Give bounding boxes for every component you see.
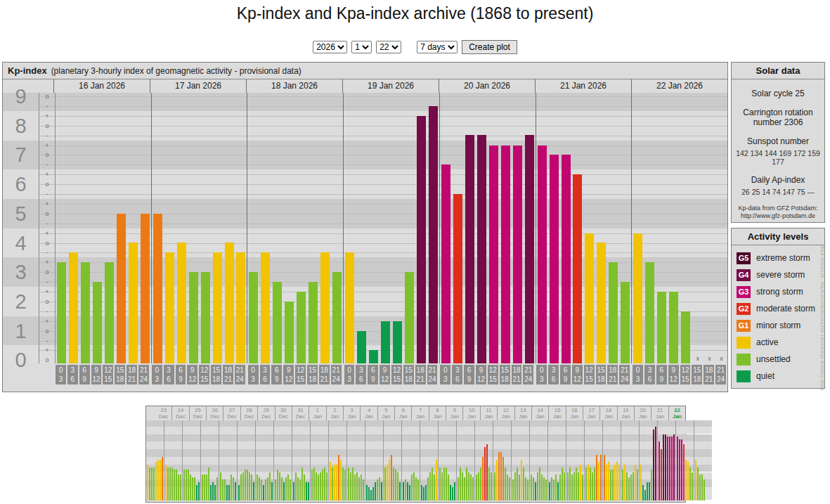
kp-bar-slot — [115, 93, 127, 363]
site-watermark: http://www.theusner.eu/terra/aurora/kp_a… — [819, 232, 825, 390]
overview-bar — [160, 460, 161, 500]
overview-day-label: 16Jan — [566, 406, 583, 420]
overview-day-month: Jan — [327, 413, 343, 420]
hour-end: 21 — [127, 375, 137, 384]
hour-start: 21 — [427, 366, 438, 375]
overview-bar — [553, 479, 555, 500]
x-axis-day-group: 0336699121215151818212124 — [535, 365, 631, 385]
overview-bar — [149, 467, 150, 500]
kp-bar — [633, 233, 642, 363]
overview-bar — [555, 474, 557, 500]
overview-day-month: Jan — [361, 413, 377, 420]
month-select[interactable]: 1 — [351, 41, 372, 53]
hour-label-box: 1215 — [199, 365, 209, 385]
overview-bar — [190, 474, 191, 500]
hour-end: 12 — [283, 375, 294, 384]
overview-bar — [509, 477, 510, 500]
overview-bar — [352, 467, 354, 500]
overview-day-column — [255, 420, 273, 500]
hour-end: 12 — [668, 375, 679, 384]
activity-level-label: severe storm — [756, 270, 805, 280]
overview-day-month: Jan — [481, 413, 497, 420]
overview-bar — [480, 467, 481, 500]
overview-day-column — [456, 420, 474, 500]
y-submark: + — [39, 200, 55, 207]
overview-day-label: 4Jan — [360, 406, 377, 420]
hour-start: 3 — [260, 366, 271, 375]
overview-day-month: Dec — [275, 413, 292, 420]
overview-bar — [301, 467, 303, 500]
overview-bar — [699, 474, 701, 500]
overview-day-number: 8 — [429, 407, 446, 413]
kp-bar-slot — [356, 93, 368, 363]
hour-start: 15 — [692, 366, 702, 375]
overview-bar — [476, 474, 477, 500]
overview-bar — [299, 479, 301, 500]
overview-bar — [259, 477, 260, 500]
overview-bar — [226, 485, 228, 500]
overview-bar — [488, 467, 490, 500]
overview-bar — [644, 490, 646, 500]
overview-bar — [482, 457, 484, 500]
overview-day-column — [383, 420, 401, 500]
y-axis-number: 1 — [3, 320, 39, 343]
overview-day-column — [675, 420, 694, 500]
overview-bar — [165, 465, 167, 500]
kp-bar — [93, 282, 102, 363]
hour-end: 15 — [584, 375, 595, 384]
overview-day-month: Dec — [172, 413, 188, 420]
activity-level-label: strong storm — [756, 287, 803, 297]
range-select[interactable]: 7 days — [417, 41, 458, 53]
overview-bar — [316, 472, 317, 500]
hour-end: 3 — [56, 375, 66, 384]
kp-bar-slot — [200, 93, 212, 363]
overview-bar — [564, 472, 565, 500]
overview-day-column — [493, 420, 511, 500]
overview-day-number: 15 — [549, 407, 565, 413]
kp-bar-slot — [67, 93, 79, 363]
y-axis-number: 9 — [3, 85, 39, 108]
overview-bar — [265, 479, 266, 500]
hour-start: 21 — [331, 366, 342, 375]
kp-bar — [297, 292, 306, 363]
hour-label-box: 69 — [79, 365, 90, 385]
hour-end: 12 — [187, 375, 197, 384]
kp-bar-slot — [79, 93, 91, 363]
year-select[interactable]: 2026 — [313, 41, 347, 53]
overview-bar — [283, 482, 285, 500]
overview-bar — [661, 449, 662, 500]
day-select[interactable]: 22 — [376, 41, 401, 53]
hour-label-box: 1518 — [307, 365, 318, 385]
hour-start: 6 — [464, 366, 474, 375]
hour-end: 9 — [271, 375, 282, 384]
create-plot-button[interactable]: Create plot — [462, 40, 517, 54]
kp-bar — [381, 321, 390, 363]
gfz-credit-line1: Kp-data from GFZ Potsdam: — [732, 205, 824, 212]
kp-day-column — [247, 93, 343, 363]
overview-bar — [216, 477, 218, 500]
overview-bar — [432, 467, 433, 500]
kp-bar-slot — [368, 93, 380, 363]
overview-bar — [523, 467, 524, 500]
overview-bar — [153, 467, 155, 500]
hour-start: 0 — [344, 366, 355, 375]
kp-chart-title-bold: Kp-index — [8, 65, 47, 76]
hour-start: 12 — [488, 366, 498, 375]
y-axis-number: 5 — [3, 202, 39, 226]
overview-bar — [677, 437, 678, 500]
hour-start: 6 — [560, 366, 571, 375]
y-submark: + — [39, 288, 55, 295]
activity-level-row: quiet — [732, 368, 824, 385]
kp-bar-slot — [644, 93, 656, 363]
kp-bar — [429, 106, 438, 363]
overview-bar — [247, 470, 248, 500]
overview-bar — [198, 482, 200, 500]
overview-bar — [269, 472, 271, 500]
missing-data-marker: x — [696, 355, 699, 362]
hour-label-box: 1821 — [703, 365, 714, 385]
hour-start: 9 — [187, 366, 197, 375]
hour-start: 21 — [235, 366, 245, 375]
sunspot-label: Sunspot number — [732, 136, 824, 146]
overview-bar — [311, 470, 313, 500]
overview-bar — [500, 452, 502, 500]
